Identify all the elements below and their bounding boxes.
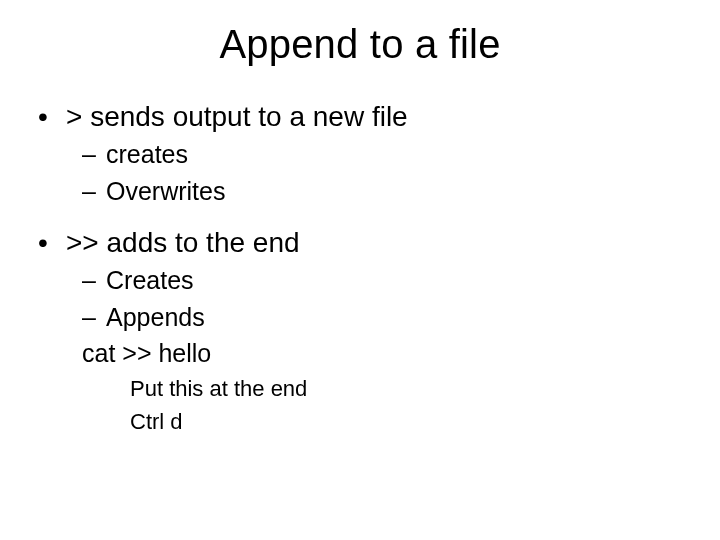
bullet-item: >> adds to the end	[38, 225, 682, 260]
subsub-line-item: Put this at the end	[38, 374, 682, 404]
sub-bullet-item: Creates	[38, 264, 682, 297]
sub-bullet-item: Appends	[38, 301, 682, 334]
subsub-line-item: Ctrl d	[38, 407, 682, 437]
sub-bullet-item: creates	[38, 138, 682, 171]
slide: Append to a file > sends output to a new…	[0, 0, 720, 540]
sub-line-item: cat >> hello	[38, 337, 682, 370]
sub-bullet-item: Overwrites	[38, 175, 682, 208]
bullet-item: > sends output to a new file	[38, 99, 682, 134]
slide-title: Append to a file	[0, 0, 720, 81]
slide-body: > sends output to a new file creates Ove…	[0, 99, 720, 437]
